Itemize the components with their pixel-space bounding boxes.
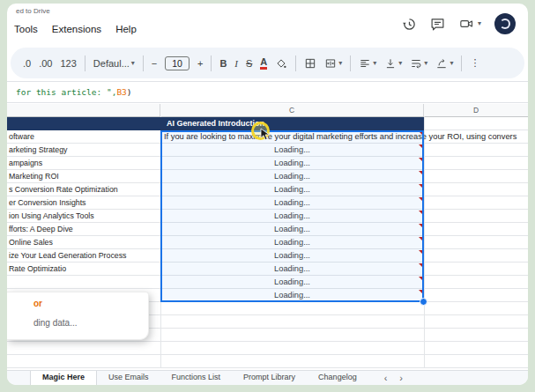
text-rotation-icon	[435, 57, 448, 70]
overflow-marker-icon	[419, 277, 424, 282]
tab-functions-list[interactable]: Functions List	[160, 371, 233, 385]
text-wrap-button[interactable]: ▾	[410, 57, 427, 70]
topbar-actions: ▾	[402, 13, 516, 34]
table-row: Rate OptimizatioLoading...	[7, 263, 528, 276]
tabs-scroll-right-icon[interactable]: ›	[399, 373, 403, 383]
toolbar-divider	[295, 55, 296, 71]
toolbar: .0 .00 123 Defaul... ▾ − 10 + B I S A	[11, 48, 524, 78]
column-header-c[interactable]: C	[160, 104, 424, 116]
cell-column-b[interactable]: Marketing ROI	[9, 170, 159, 183]
tab-magic-here[interactable]: Magic Here	[30, 371, 97, 385]
formula-cell-ref: B3	[116, 87, 126, 97]
borders-button[interactable]	[304, 57, 316, 70]
overflow-marker-icon	[419, 131, 424, 137]
chevron-down-icon: ▾	[338, 60, 342, 67]
toolbar-divider	[350, 55, 351, 71]
formula-close-text: )	[127, 87, 132, 97]
cell-column-c[interactable]: If you are looking to maximize your digi…	[164, 130, 516, 144]
cell-column-b[interactable]: fforts: A Deep Dive	[9, 223, 159, 236]
tab-navigation: ‹ ›	[384, 371, 403, 385]
overflow-marker-icon	[419, 158, 424, 163]
cell-column-c[interactable]: Loading...	[160, 236, 424, 249]
font-size-input[interactable]: 10	[165, 56, 189, 70]
app-window: ed to Drive Tools Extensions Help ▾ .0 .…	[0, 0, 535, 392]
table-row: arketing StrategyLoading...	[7, 144, 528, 157]
table-row: ampaignsLoading...	[7, 157, 528, 170]
cell-column-c[interactable]: Loading...	[160, 289, 424, 302]
tab-changelog[interactable]: Changelog	[307, 371, 368, 385]
formula-bar[interactable]: for this article: ",B3)	[7, 81, 528, 103]
status-popup: or ding data...	[7, 292, 149, 340]
text-color-button[interactable]: A	[260, 57, 267, 70]
menu-bar: Tools Extensions Help	[14, 24, 137, 34]
vertical-align-button[interactable]: ▾	[384, 57, 402, 70]
column-header-d[interactable]: D	[424, 104, 528, 116]
tab-prompt-library[interactable]: Prompt Library	[232, 371, 307, 385]
cell-column-b[interactable]: ampaigns	[9, 157, 159, 170]
table-row: fforts: A Deep DiveLoading...	[7, 223, 528, 236]
tabs-scroll-left-icon[interactable]: ‹	[384, 373, 388, 383]
save-status-text: ed to Drive	[16, 7, 50, 15]
cell-column-c[interactable]: Loading...	[160, 263, 424, 276]
strikethrough-button[interactable]: S	[246, 58, 252, 69]
italic-button[interactable]: I	[234, 58, 238, 69]
chevron-down-icon: ▾	[450, 60, 453, 67]
menu-tools[interactable]: Tools	[14, 24, 38, 34]
fill-color-button[interactable]	[275, 57, 287, 70]
comment-icon[interactable]	[430, 17, 445, 32]
cell-column-c[interactable]: Loading...	[160, 276, 424, 289]
bold-button[interactable]: B	[219, 58, 227, 69]
fill-handle[interactable]	[420, 298, 427, 306]
cell-column-c[interactable]: Loading...	[160, 144, 424, 157]
merge-cells-button[interactable]: ▾	[324, 57, 342, 70]
popup-status-text: ding data...	[33, 318, 77, 328]
cell-column-b[interactable]: ize Your Lead Generation Process	[9, 249, 159, 263]
increase-font-size-button[interactable]: +	[197, 58, 203, 69]
chevron-down-icon[interactable]: ▾	[478, 20, 481, 27]
decrease-decimal-button[interactable]: .0	[23, 58, 31, 69]
cell-column-b[interactable]: arketing Strategy	[9, 144, 159, 157]
chevron-down-icon: ▾	[398, 60, 402, 67]
chevron-down-icon: ▾	[424, 60, 427, 67]
number-format-button[interactable]: 123	[60, 58, 76, 69]
vertical-align-icon	[384, 57, 397, 70]
cell-column-c[interactable]: Loading...	[160, 183, 424, 196]
cell-column-c[interactable]: Loading...	[160, 223, 424, 236]
table-row: Loading...	[7, 276, 528, 289]
cell-column-c[interactable]: Loading...	[160, 170, 424, 183]
cell-column-c[interactable]: Loading...	[160, 157, 424, 170]
decrease-font-size-button[interactable]: −	[152, 58, 157, 69]
table-row: Online SalesLoading...	[7, 236, 528, 249]
cell-column-b[interactable]: er Conversion Insights	[9, 196, 159, 210]
menu-extensions[interactable]: Extensions	[52, 24, 101, 34]
table-row: ize Your Lead Generation ProcessLoading.…	[7, 249, 528, 263]
toolbar-divider	[85, 55, 85, 71]
menu-help[interactable]: Help	[115, 24, 137, 34]
cell-column-b[interactable]: Online Sales	[9, 236, 159, 249]
account-avatar[interactable]	[494, 13, 516, 34]
column-header-b[interactable]	[7, 104, 160, 116]
increase-decimal-button[interactable]: .00	[39, 58, 52, 69]
font-family-select[interactable]: Defaul... ▾	[93, 58, 135, 69]
cell-column-b[interactable]: oftware	[9, 130, 159, 144]
tab-use-emails[interactable]: Use Emails	[97, 371, 160, 385]
overflow-marker-icon	[419, 237, 424, 242]
cell-column-b[interactable]: s Conversion Rate Optimization	[9, 183, 159, 196]
cell-column-c[interactable]: Loading...	[160, 196, 424, 210]
formula-string-text: for this article: ",	[16, 87, 116, 97]
fill-color-icon	[275, 57, 287, 70]
overflow-marker-icon	[419, 250, 424, 255]
text-rotation-button[interactable]: ▾	[435, 57, 453, 70]
more-options-button[interactable]: ⋮	[470, 57, 479, 69]
cell-column-b[interactable]: Rate Optimizatio	[9, 263, 159, 276]
cell-column-c[interactable]: Loading...	[160, 249, 424, 263]
overflow-marker-icon	[419, 184, 424, 189]
cell-column-b[interactable]	[9, 276, 159, 289]
banner-cell[interactable]: AI Generated Introduction	[7, 117, 424, 130]
horizontal-align-button[interactable]: ▾	[359, 57, 376, 70]
cell-column-b[interactable]: ion Using Analytics Tools	[9, 210, 159, 223]
history-icon[interactable]	[402, 17, 417, 32]
cell-column-c[interactable]: Loading...	[160, 210, 424, 223]
mouse-cursor-icon	[260, 128, 271, 144]
camera-icon[interactable]: ▾	[458, 17, 481, 31]
